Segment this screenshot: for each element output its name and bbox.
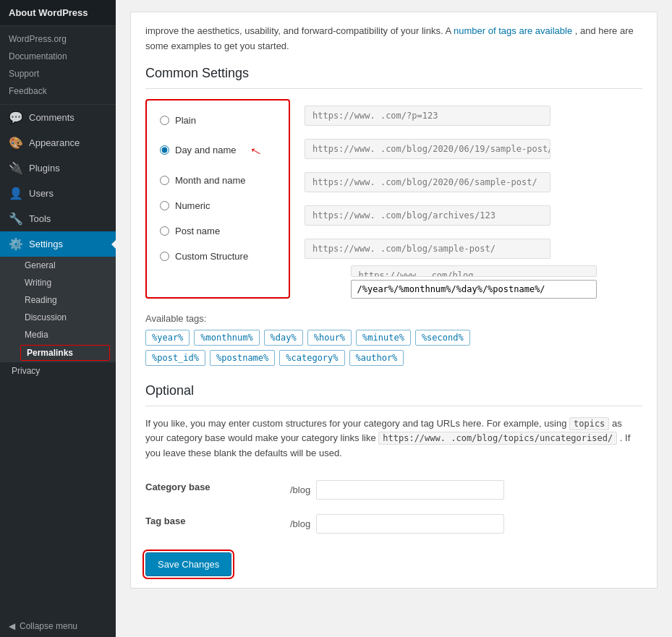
save-changes-button[interactable]: Save Changes <box>145 552 231 576</box>
sidebar-item-plugins[interactable]: 🔌 Plugins <box>0 155 116 181</box>
option-plain[interactable]: Plain <box>157 108 278 133</box>
preview-numeric: https://www. .com/blog/archives/123 <box>305 199 642 232</box>
sidebar-item-label: Plugins <box>29 163 60 174</box>
available-tags-label: Available tags: <box>145 313 642 324</box>
settings-submenu: General Writing Reading Discussion Media… <box>0 257 116 362</box>
main-content: improve the aesthetics, usability, and f… <box>116 0 672 637</box>
option-numeric[interactable]: Numeric <box>157 193 278 218</box>
optional-url-code: https://www. .com/blog/topics/uncategori… <box>378 432 617 445</box>
url-numeric: https://www. .com/blog/archives/123 <box>305 205 550 226</box>
option-month-and-name[interactable]: Month and name <box>157 168 278 193</box>
optional-description: If you like, you may enter custom struct… <box>145 416 642 461</box>
sidebar-item-users[interactable]: 👤 Users <box>0 181 116 206</box>
sidebar-link-wordpress-org[interactable]: WordPress.org <box>0 30 116 48</box>
url-custom-structure: https://www. .com/blog <box>351 265 597 277</box>
tag-category[interactable]: %category% <box>279 350 344 366</box>
permalink-options-row: Plain Day and name ← Month and name Nume… <box>145 99 642 299</box>
appearance-icon: 🎨 <box>9 136 23 150</box>
intro-text-before: improve the aesthetics, usability, and f… <box>145 25 451 36</box>
sidebar: About WordPress WordPress.org Documentat… <box>0 0 116 637</box>
tag-day[interactable]: %day% <box>264 330 303 346</box>
sidebar-link-feedback[interactable]: Feedback <box>0 82 116 100</box>
tags-row-1: %year% %monthnum% %day% %hour% %minute% … <box>145 330 642 346</box>
optional-form-table: Category base /blog Tag base /blog <box>145 473 642 541</box>
sidebar-item-settings[interactable]: ⚙️ Settings <box>0 231 116 257</box>
tag-author[interactable]: %author% <box>349 350 404 366</box>
content-area: improve the aesthetics, usability, and f… <box>130 12 658 589</box>
sidebar-item-tools[interactable]: 🔧 Tools <box>0 206 116 231</box>
sidebar-item-label: Users <box>29 188 54 199</box>
radio-post-name[interactable] <box>160 226 169 236</box>
sidebar-item-label: Appearance <box>29 137 80 148</box>
tag-post-id[interactable]: %post_id% <box>145 350 205 366</box>
intro-paragraph: improve the aesthetics, usability, and f… <box>145 24 642 54</box>
option-post-name[interactable]: Post name <box>157 218 278 244</box>
tag-second[interactable]: %second% <box>415 330 470 346</box>
collapse-menu-button[interactable]: ◀ Collapse menu <box>0 615 116 637</box>
url-post-name: https://www. .com/blog/sample-post/ <box>305 239 550 259</box>
preview-post-name: https://www. .com/blog/sample-post/ <box>305 232 642 265</box>
radio-numeric[interactable] <box>160 201 169 210</box>
permalink-options-box: Plain Day and name ← Month and name Nume… <box>145 99 290 299</box>
sidebar-link-documentation[interactable]: Documentation <box>0 48 116 65</box>
preview-plain: https://www. .com/?p=123 <box>305 99 642 132</box>
custom-structure-input[interactable] <box>351 280 597 299</box>
settings-icon: ⚙️ <box>9 237 23 251</box>
tag-hour[interactable]: %hour% <box>307 330 352 346</box>
about-wordpress[interactable]: About WordPress <box>0 0 116 26</box>
radio-custom-structure[interactable] <box>160 252 169 261</box>
label-numeric: Numeric <box>175 200 210 211</box>
sidebar-top-links: WordPress.org Documentation Support Feed… <box>0 26 116 105</box>
collapse-menu-label: Collapse menu <box>20 621 77 631</box>
submenu-media[interactable]: Media <box>0 326 116 343</box>
url-month-and-name: https://www. .com/blog/2020/06/sample-po… <box>305 172 550 192</box>
category-base-label: Category base <box>145 473 290 507</box>
optional-desc-1: If you like, you may enter custom struct… <box>145 418 566 429</box>
tag-minute[interactable]: %minute% <box>356 330 411 346</box>
category-base-row: Category base /blog <box>145 473 642 507</box>
label-plain: Plain <box>175 115 196 126</box>
comments-icon: 💬 <box>9 111 23 124</box>
available-tags-section: Available tags: %year% %monthnum% %day% … <box>145 313 642 366</box>
radio-day-and-name[interactable] <box>160 145 169 155</box>
submenu-privacy[interactable]: Privacy <box>0 362 116 380</box>
label-post-name: Post name <box>175 226 220 236</box>
category-base-prefix: /blog <box>290 484 310 495</box>
submenu-discussion[interactable]: Discussion <box>0 309 116 326</box>
topics-code: topics <box>569 417 609 430</box>
radio-month-and-name[interactable] <box>160 176 169 185</box>
common-settings-title: Common Settings <box>145 66 642 89</box>
tag-base-row: Tag base /blog <box>145 507 642 541</box>
tags-available-link[interactable]: number of tags are available <box>454 25 572 36</box>
radio-plain[interactable] <box>160 116 169 125</box>
category-base-input[interactable] <box>316 480 504 500</box>
label-month-and-name: Month and name <box>175 175 246 186</box>
permalink-previews: https://www. .com/?p=123 https://www. .c… <box>305 99 642 299</box>
tag-base-input[interactable] <box>316 514 504 534</box>
sidebar-link-support[interactable]: Support <box>0 65 116 82</box>
tag-postname[interactable]: %postname% <box>210 350 275 366</box>
preview-day-and-name: https://www. .com/blog/2020/06/19/sample… <box>305 132 642 166</box>
plugins-icon: 🔌 <box>9 161 23 175</box>
label-day-and-name: Day and name <box>175 145 237 155</box>
preview-custom-structure: https://www. .com/blog <box>305 265 642 299</box>
url-day-and-name: https://www. .com/blog/2020/06/19/sample… <box>305 139 550 159</box>
url-plain: https://www. .com/?p=123 <box>305 106 550 126</box>
sidebar-item-appearance[interactable]: 🎨 Appearance <box>0 130 116 155</box>
submenu-permalinks[interactable]: Permalinks <box>20 345 110 361</box>
tools-icon: 🔧 <box>9 212 23 226</box>
category-base-td: /blog <box>290 473 642 507</box>
tag-year[interactable]: %year% <box>145 330 190 346</box>
users-icon: 👤 <box>9 187 23 200</box>
tag-monthnum[interactable]: %monthnum% <box>194 330 259 346</box>
tags-row-2: %post_id% %postname% %category% %author% <box>145 350 642 366</box>
option-custom-structure[interactable]: Custom Structure <box>157 244 278 269</box>
preview-month-and-name: https://www. .com/blog/2020/06/sample-po… <box>305 166 642 199</box>
optional-title: Optional <box>145 383 642 406</box>
sidebar-item-comments[interactable]: 💬 Comments <box>0 105 116 130</box>
option-day-and-name[interactable]: Day and name ← <box>157 133 278 168</box>
submenu-writing[interactable]: Writing <box>0 274 116 291</box>
submenu-general[interactable]: General <box>0 257 116 274</box>
submenu-reading[interactable]: Reading <box>0 291 116 309</box>
collapse-icon: ◀ <box>9 621 15 631</box>
